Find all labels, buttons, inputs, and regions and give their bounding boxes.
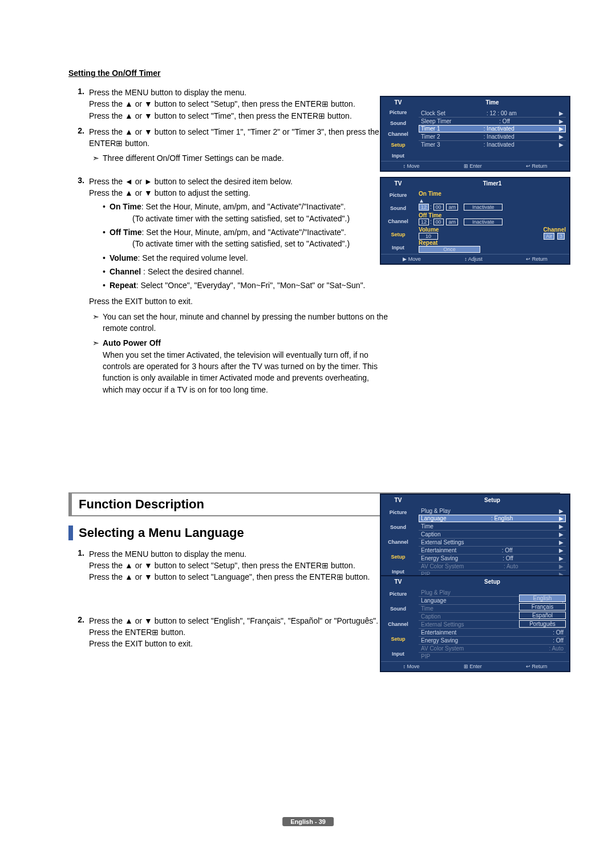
note-arrow-icon: ➣ — [89, 152, 103, 164]
page-footer: English - 39 — [282, 817, 334, 826]
auto-power-off: Auto Power Off When you set the timer Ac… — [103, 337, 388, 395]
section-title: Setting the On/Off Timer — [68, 68, 582, 78]
osd-timer1-menu: TVTimer1 PictureSoundChannelSetupInput O… — [380, 177, 570, 265]
step-1: Press the MENU button to display the men… — [89, 87, 388, 122]
step-num: 1. — [68, 548, 89, 583]
step-num: 2. — [68, 615, 89, 650]
step-num: 1. — [68, 87, 89, 122]
note-text: You can set the hour, minute and channel… — [103, 311, 388, 334]
note-arrow-icon: ➣ — [89, 337, 103, 395]
osd-setup-language-dropdown: TVSetup PictureSoundChannelSetupInput Pl… — [380, 575, 570, 672]
step-2: Press the ▲ or ▼ button to select "Timer… — [89, 126, 388, 164]
osd-time-menu: TVTime PictureSoundChannelSetupInput Clo… — [380, 96, 570, 172]
note-arrow-icon: ➣ — [89, 311, 103, 334]
lang-step-2: Press the ▲ or ▼ button to select "Engli… — [89, 615, 388, 650]
lang-step-1: Press the MENU button to display the men… — [89, 548, 388, 583]
step-3: Press the ◄ or ► button to select the de… — [89, 176, 388, 292]
step-num: 2. — [68, 126, 89, 164]
step-num: 3. — [68, 176, 89, 292]
exit-note: Press the EXIT button to exit. — [89, 296, 388, 307]
